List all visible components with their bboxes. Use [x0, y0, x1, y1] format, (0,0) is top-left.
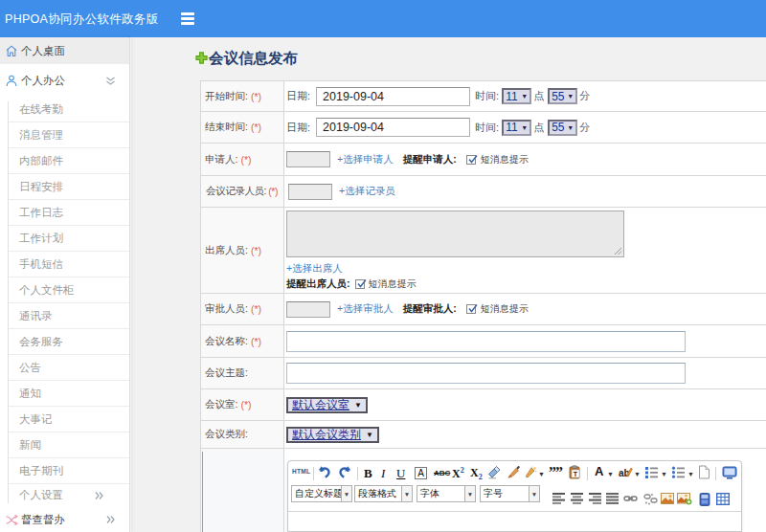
svg-text:T: T — [574, 471, 578, 477]
